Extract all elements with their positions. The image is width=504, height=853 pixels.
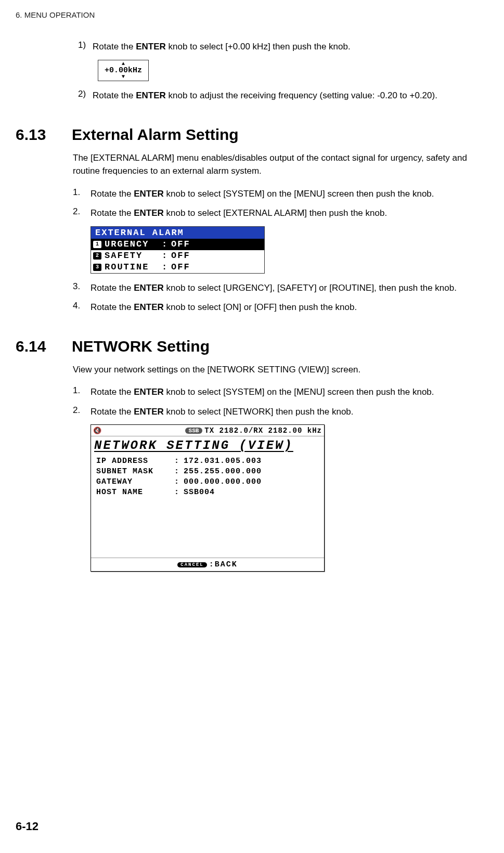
row-index-icon: 1: [93, 241, 101, 248]
text: knob to adjust the receiving frequency (…: [166, 91, 437, 100]
substep-1: 1) Rotate the ENTER knob to select [+0.0…: [78, 40, 468, 54]
section-title: External Alarm Setting: [72, 126, 239, 143]
cancel-button-icon: CANCEL: [177, 562, 206, 567]
network-box-body: IP ADDRESS : 172.031.005.003 SUBNET MASK…: [91, 454, 324, 558]
section-6-13-heading: 6.13External Alarm Setting: [16, 126, 468, 144]
text: knob to select [NETWORK] then push the k…: [164, 407, 354, 417]
network-row-subnet: SUBNET MASK : 255.255.000.000: [96, 467, 319, 477]
step-num: 1.: [73, 385, 91, 399]
section-6-13-intro: The [EXTERNAL ALARM] menu enables/disabl…: [73, 151, 468, 178]
colon: :: [174, 488, 184, 498]
section-num: 6.14: [16, 338, 72, 355]
arrow-up-icon: ▲: [98, 61, 148, 67]
external-alarm-row-safety: 2 SAFETY : OFF: [91, 250, 264, 262]
arrow-down-icon: ▼: [98, 74, 148, 80]
step-num: 2.: [73, 405, 91, 419]
row-key: IP ADDRESS: [96, 457, 174, 467]
text: knob to select [SYSTEM] on the [MENU] sc…: [164, 189, 434, 199]
external-alarm-box: EXTERNAL ALARM 1 URGENCY : OFF 2 SAFETY …: [91, 226, 265, 274]
colon: :: [174, 457, 184, 467]
row-label: SAFETY: [105, 251, 162, 261]
row-key: SUBNET MASK: [96, 467, 174, 477]
text: knob to select [URGENCY], [SAFETY] or [R…: [164, 283, 457, 293]
row-value: OFF: [171, 262, 190, 272]
network-box-title: NETWORK SETTING (VIEW): [91, 436, 324, 454]
substep-num: 2): [78, 89, 93, 102]
text: knob to select [+0.00 kHz] then push the…: [166, 42, 351, 51]
text: knob to select [SYSTEM] on the [MENU] sc…: [164, 387, 434, 397]
khz-adjust-box: ▲ +0.00kHz ▼: [98, 60, 149, 82]
row-value: 255.255.000.000: [184, 467, 262, 477]
speaker-mute-icon: 🔇: [93, 426, 101, 435]
text: Rotate the: [91, 283, 134, 293]
section-num: 6.13: [16, 126, 72, 144]
row-value: OFF: [171, 239, 190, 249]
ssb-badge: SSB: [185, 428, 203, 434]
network-statusbar: 🔇 SSB TX 2182.0/RX 2182.00 kHz: [91, 425, 324, 436]
row-value: OFF: [171, 251, 190, 261]
row-value: SSB004: [184, 488, 215, 498]
network-row-host: HOST NAME : SSB004: [96, 488, 319, 498]
enter-bold: ENTER: [134, 208, 164, 218]
step-6-13-1: 1. Rotate the ENTER knob to select [SYST…: [73, 187, 468, 201]
network-setting-box: 🔇 SSB TX 2182.0/RX 2182.00 kHz NETWORK S…: [91, 424, 325, 572]
substep-2: 2) Rotate the ENTER knob to adjust the r…: [78, 89, 468, 102]
text: Rotate the: [93, 91, 136, 100]
section-title: NETWORK Setting: [72, 338, 210, 355]
page-number: 6-12: [16, 820, 38, 833]
external-alarm-row-urgency: 1 URGENCY : OFF: [91, 239, 264, 250]
text: Rotate the: [93, 42, 136, 51]
colon: :: [162, 239, 171, 249]
external-alarm-title: EXTERNAL ALARM: [91, 227, 264, 239]
back-label: :BACK: [209, 560, 238, 569]
enter-bold: ENTER: [134, 189, 164, 199]
text: knob to select [ON] or [OFF] then push t…: [164, 302, 357, 312]
enter-bold: ENTER: [134, 407, 164, 417]
enter-bold: ENTER: [136, 42, 166, 51]
row-value: 172.031.005.003: [184, 457, 262, 467]
text: Rotate the: [91, 387, 134, 397]
frequency-readout: TX 2182.0/RX 2182.00 kHz: [204, 426, 322, 435]
step-num: 3.: [73, 281, 91, 295]
colon: :: [162, 251, 171, 261]
step-num: 2.: [73, 206, 91, 220]
text: knob to select [EXTERNAL ALARM] then pus…: [164, 208, 387, 218]
step-6-13-3: 3. Rotate the ENTER knob to select [URGE…: [73, 281, 468, 295]
colon: :: [174, 467, 184, 477]
row-key: HOST NAME: [96, 488, 174, 498]
step-num: 4.: [73, 301, 91, 314]
section-6-14-intro: View your network settings on the [NETWO…: [73, 363, 468, 377]
text: Rotate the: [91, 189, 134, 199]
section-6-14-heading: 6.14NETWORK Setting: [16, 338, 468, 355]
enter-bold: ENTER: [134, 387, 164, 397]
enter-bold: ENTER: [134, 302, 164, 312]
step-6-13-4: 4. Rotate the ENTER knob to select [ON] …: [73, 301, 468, 314]
page-header: 6. MENU OPERATION: [16, 10, 468, 19]
network-row-gateway: GATEWAY : 000.000.000.000: [96, 477, 319, 488]
substep-num: 1): [78, 40, 93, 54]
network-row-ip: IP ADDRESS : 172.031.005.003: [96, 457, 319, 467]
row-index-icon: 2: [93, 252, 101, 260]
colon: :: [162, 262, 171, 272]
step-num: 1.: [73, 187, 91, 201]
text: Rotate the: [91, 407, 134, 417]
enter-bold: ENTER: [134, 283, 164, 293]
network-box-footer: CANCEL :BACK: [91, 558, 324, 571]
text: Rotate the: [91, 208, 134, 218]
row-value: 000.000.000.000: [184, 477, 262, 488]
step-6-13-2: 2. Rotate the ENTER knob to select [EXTE…: [73, 206, 468, 220]
external-alarm-row-routine: 3 ROUTINE : OFF: [91, 262, 264, 273]
step-6-14-1: 1. Rotate the ENTER knob to select [SYST…: [73, 385, 468, 399]
colon: :: [174, 477, 184, 488]
row-label: URGENCY: [105, 239, 162, 249]
step-6-14-2: 2. Rotate the ENTER knob to select [NETW…: [73, 405, 468, 419]
row-key: GATEWAY: [96, 477, 174, 488]
enter-bold: ENTER: [136, 91, 166, 100]
khz-value: +0.00kHz: [98, 67, 148, 75]
text: Rotate the: [91, 302, 134, 312]
row-label: ROUTINE: [105, 262, 162, 272]
row-index-icon: 3: [93, 264, 101, 271]
